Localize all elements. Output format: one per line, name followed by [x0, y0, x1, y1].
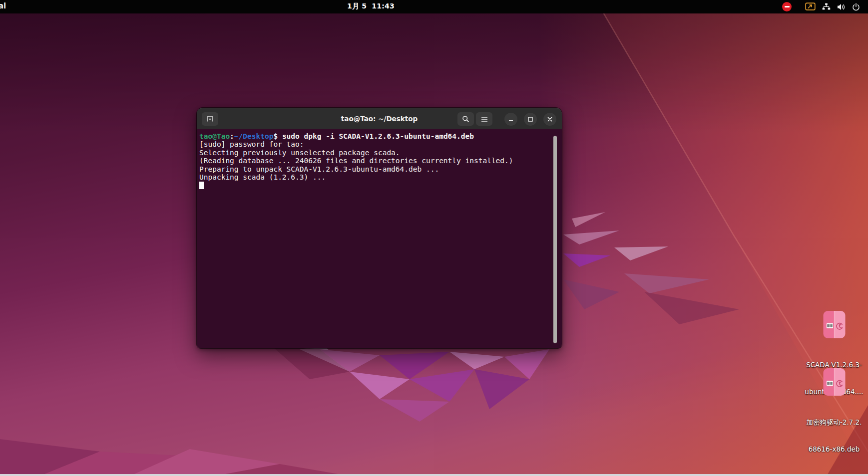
- hamburger-menu-icon: [481, 116, 488, 122]
- clock[interactable]: 1月 5 11:43: [347, 2, 395, 11]
- search-icon: [462, 115, 469, 123]
- prompt-user-host: tao@Tao: [199, 132, 230, 140]
- close-button[interactable]: [543, 113, 556, 126]
- typed-command: sudo dpkg -i SCADA-V1.2.6.3-ubuntu-amd64…: [282, 132, 474, 140]
- terminal-output-area[interactable]: tao@Tao:~/Desktop$ sudo dpkg -i SCADA-V1…: [197, 129, 562, 348]
- terminal-output-line: Preparing to unpack SCADA-V1.2.6.3-ubunt…: [199, 165, 553, 173]
- deb-package-icon: [823, 368, 846, 396]
- volume-icon[interactable]: [837, 3, 846, 10]
- system-status-cluster[interactable]: [782, 0, 860, 13]
- maximize-icon: [527, 116, 533, 122]
- screen-share-icon[interactable]: [805, 2, 816, 11]
- close-icon: [547, 116, 553, 122]
- terminal-window: tao@Tao: ~/Desktop: [197, 108, 562, 348]
- search-button[interactable]: [457, 112, 474, 126]
- top-bar: al 1月 5 11:43: [0, 0, 868, 13]
- prompt-colon: :: [230, 132, 234, 140]
- desktop-icon-dongle-driver-deb[interactable]: 加密狗驱动-2.7.2. 68616-x86.deb: [797, 368, 868, 472]
- minimize-icon: [508, 116, 514, 122]
- new-tab-icon: [206, 116, 214, 122]
- terminal-output-line: (Reading database ... 240626 files and d…: [199, 157, 553, 165]
- desktop-icon-label: 68616-x86.deb: [797, 445, 868, 454]
- maximize-button[interactable]: [524, 113, 537, 126]
- new-tab-button[interactable]: [202, 112, 218, 126]
- do-not-disturb-icon[interactable]: [782, 2, 792, 11]
- bottom-edge-strip: [0, 474, 868, 476]
- terminal-titlebar[interactable]: tao@Tao: ~/Desktop: [197, 108, 562, 129]
- prompt-dollar: $: [273, 132, 282, 140]
- wired-network-icon[interactable]: [822, 3, 831, 10]
- terminal-output-line: [sudo] password for tao:: [199, 140, 553, 148]
- deb-package-icon: [823, 311, 846, 338]
- hamburger-menu-button[interactable]: [476, 112, 492, 126]
- power-icon[interactable]: [852, 3, 860, 11]
- terminal-output-line: Unpacking scada (1.2.6.3) ...: [199, 173, 553, 181]
- desktop-screen: al 1月 5 11:43: [0, 0, 868, 476]
- terminal-cursor: [199, 182, 204, 189]
- terminal-prompt-line: tao@Tao:~/Desktop$ sudo dpkg -i SCADA-V1…: [199, 132, 553, 140]
- terminal-output-line: Selecting previously unselected package …: [199, 149, 553, 157]
- terminal-scrollbar[interactable]: [553, 136, 557, 343]
- prompt-path: ~/Desktop: [234, 132, 274, 140]
- desktop-icon-label: 加密狗驱动-2.7.2.: [797, 418, 868, 427]
- app-menu-truncated[interactable]: al: [0, 1, 6, 10]
- minimize-button[interactable]: [504, 113, 517, 126]
